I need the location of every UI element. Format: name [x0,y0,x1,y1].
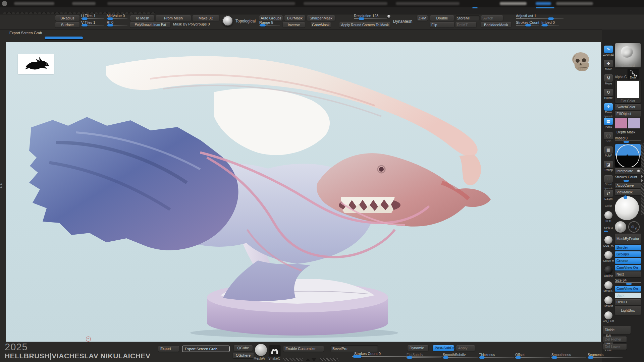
panel-expand-arrow-icon[interactable] [641,175,643,178]
adjustlast-slider[interactable]: AdjustLast 1 [516,14,564,20]
menu-item-zrm[interactable] [142,12,146,14]
tool-gue-material[interactable]: GUE_M: [603,233,614,247]
tool-ghost[interactable]: Ghost [603,173,614,186]
menu-item-alpha[interactable] [3,12,7,14]
current-brush-icon[interactable] [222,15,233,26]
mask-by-feature-button[interactable]: MaskByFeatur [615,234,641,244]
light-position-dot[interactable] [624,195,627,199]
bottom-slider-flatsubdiv[interactable]: FlatSubdiv [407,353,441,358]
menu-item-help[interactable] [151,12,155,14]
menu-item-hb-tools[interactable] [59,12,63,14]
h-tiles-slider[interactable]: H Tiles 1 [81,14,104,20]
tool-color[interactable]: Color [603,201,614,207]
qcube-button[interactable]: QCube [234,345,253,351]
tool-basic-material[interactable]: BasicM [603,294,614,308]
camview-button-1[interactable]: CamView On [615,265,641,270]
panel-expand-arrow-icon[interactable] [641,179,643,182]
resolution-slider[interactable]: Resolution 128 [354,14,387,20]
snakec-thumbnail[interactable] [269,345,280,356]
panel-scroll-strip[interactable] [641,143,644,215]
storemt-button[interactable]: StoreMT [455,15,480,21]
tool-draw[interactable]: Draw [603,101,614,114]
menu-item-zscript[interactable] [147,12,151,14]
deluh-button[interactable]: DelUH [615,299,641,305]
backfacemask-button[interactable]: BackfaceMask [481,22,511,27]
crease-button[interactable]: Crease [615,258,641,264]
pick-color-icon[interactable]: ⊕S [628,221,640,233]
make-3d-button[interactable]: Make 3D [193,15,219,21]
zrm-button[interactable]: ZRM [417,15,428,21]
tool-move-line[interactable]: Move [603,57,614,71]
depth-mask-button[interactable]: Depth Mask [615,129,641,135]
menu-item-color[interactable] [20,12,24,14]
v-tiles-slider[interactable]: V Tiles 1 [81,21,104,27]
midvalue-slider[interactable]: MidValue 0 [107,14,127,20]
del-lower-button[interactable]: Del Lower [603,344,627,350]
border-button[interactable]: Border [615,245,641,250]
delmt-button[interactable]: DelMT [455,22,476,27]
hatch-strip[interactable] [319,358,338,361]
mask-by-polygroups-label[interactable]: Mask By Polygroups 0 [173,22,210,26]
bradius-button[interactable]: BRadius [55,15,79,21]
blurmask-button[interactable]: BlurMask [284,15,305,21]
interpolate-dot[interactable] [637,170,640,172]
lightbox-button[interactable]: LightBox [615,306,641,315]
timeline-scrub-strip[interactable] [283,358,338,361]
menu-item-brushhb[interactable] [11,12,15,14]
tool-as-leather[interactable]: AS_Leat [603,309,614,323]
tool-solo[interactable]: Solo [603,129,614,143]
tool-outline[interactable]: Outline [603,263,614,278]
bottom-slider-smoothness[interactable]: Smoothness [551,353,586,358]
auto-groups-button[interactable]: Auto Groups [259,15,283,21]
next-button[interactable]: Next [615,272,641,277]
range-slider[interactable]: Range 5 [259,21,280,27]
menu-item-zplugin[interactable] [138,12,142,14]
menu-item-brush-hell[interactable] [16,12,20,14]
menu-item-edit[interactable] [42,12,46,14]
bottom-slider-segments[interactable]: Segments [588,353,623,358]
bevelpro-button[interactable]: BevelPro [330,345,378,352]
menu-item-document[interactable] [24,12,29,14]
fillobject-button[interactable]: FillObject [615,111,641,117]
menu-item-marker[interactable] [77,12,81,14]
menu-item-layer[interactable] [64,12,68,14]
tool-bpr[interactable]: BPR [603,208,614,223]
tool-zoom3d[interactable]: Zoom3D [603,43,614,56]
imbed-slider[interactable]: Imbed 0 [541,21,559,27]
post-subdiv-button[interactable]: Post-SubDiv [433,345,454,351]
tool-metal-c[interactable]: Metal C [603,279,614,293]
groups-button[interactable]: Groups [615,251,641,257]
apply-button[interactable]: Apply [456,345,475,351]
enable-customize-button[interactable]: Enable Customize [283,346,324,352]
switchcolor-button[interactable]: SwitchColor [615,104,641,110]
menu-item-hbscifi[interactable] [55,12,59,14]
menu-item-deformation[interactable] [38,12,42,14]
imbed-panel-slider[interactable]: Imbed 0 [615,136,641,143]
flip-button[interactable]: Flip [430,22,454,27]
tool-rotate[interactable]: Rotate [603,86,614,100]
dynamic-button[interactable]: Dynamic [408,345,428,351]
sharpenmask-button[interactable]: SharpenMask [307,15,335,21]
left-tray-arrows[interactable]: ◀◀ [0,183,3,189]
bottom-slider-thickness[interactable]: Thickness [479,353,514,358]
menu-item-dynamics[interactable] [33,12,37,14]
divide-button[interactable]: Divide [603,326,631,334]
to-mesh-button[interactable]: To Mesh [130,15,154,21]
flat-color-swatch[interactable]: Flat Color [615,80,641,103]
alpha-dots-thumbnail[interactable]: Dots [628,69,639,79]
tool-move-m[interactable]: Move [603,72,614,85]
bottom-slider-offset[interactable]: Offset [515,353,550,358]
scroll-up-icon[interactable] [306,358,310,361]
color-swatch-primary[interactable] [615,118,627,128]
tool-green-material[interactable]: Green M [603,248,614,262]
back-button[interactable]: Back [615,293,641,298]
inverse-button[interactable]: Inverse [283,22,305,27]
accucurve-button[interactable]: AccuCurve [615,183,641,188]
material-swirl-icon[interactable] [615,221,626,233]
size-slider[interactable]: Size 64 [615,278,641,285]
rf-slider[interactable]: Rf 0 [107,21,127,27]
strokes-count-slider[interactable]: Strokes Count [516,21,539,27]
scroll-down-icon[interactable] [312,358,316,361]
tool-lsym[interactable]: dynamic L.Sym [603,187,614,200]
tool-polyf[interactable]: PolyF [603,144,614,157]
